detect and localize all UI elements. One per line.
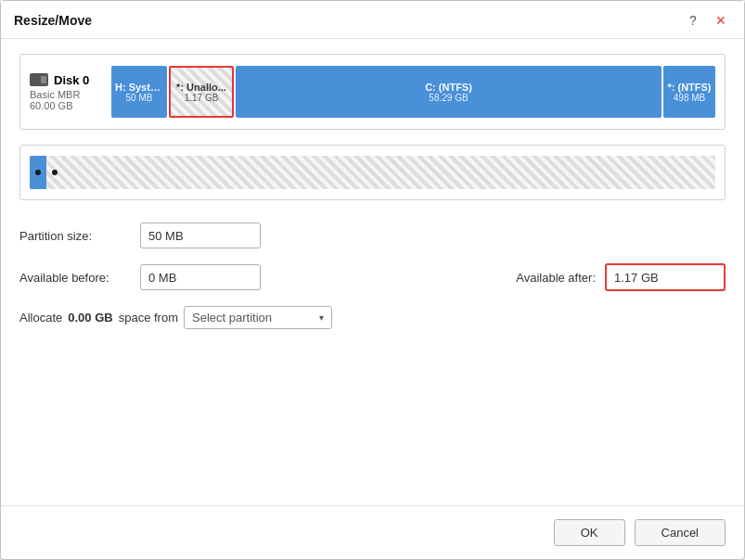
partition-ntfs-end[interactable]: *: (NTFS) 498 MB	[663, 66, 715, 118]
partition-h-system[interactable]: H: System... 50 MB	[111, 66, 167, 118]
select-placeholder: Select partition	[192, 311, 272, 325]
ok-button[interactable]: OK	[554, 519, 625, 546]
editor-bar	[30, 156, 715, 189]
partitions-row: H: System... 50 MB *: Unallo... 1.17 GB …	[111, 66, 715, 118]
help-button[interactable]: ?	[683, 10, 703, 31]
partition-c-ntfs[interactable]: C: (NTFS) 58.29 GB	[236, 66, 662, 118]
allocate-value: 0.00 GB	[68, 311, 112, 325]
chevron-down-icon: ▾	[319, 312, 324, 323]
partition-ntfs-end-label: *: (NTFS)	[667, 82, 711, 93]
dialog-content: Disk 0 Basic MBR 60.00 GB H: System... 5…	[1, 39, 744, 505]
partition-c-label: C: (NTFS)	[425, 82, 472, 93]
disk-type: Basic MBR	[30, 89, 104, 100]
disk-icon-row: Disk 0	[30, 73, 104, 87]
close-button[interactable]: ✕	[711, 10, 731, 31]
cancel-button[interactable]: Cancel	[635, 519, 726, 546]
partition-c-size: 58.29 GB	[429, 93, 468, 103]
partition-h-label: H: System...	[115, 82, 163, 93]
disk-size: 60.00 GB	[30, 100, 104, 111]
select-partition-dropdown[interactable]: Select partition ▾	[184, 306, 332, 329]
available-before-input[interactable]	[141, 267, 261, 288]
partition-h-size: 50 MB	[126, 93, 153, 103]
partition-size-row: Partition size: ▲ ▼	[19, 223, 726, 248]
partition-size-input-group[interactable]: ▲ ▼	[140, 223, 261, 248]
left-resize-handle[interactable]	[30, 156, 46, 189]
available-after-input[interactable]	[607, 267, 726, 288]
resize-move-dialog: Resize/Move ? ✕ Disk 0 Basic MBR 60.00 G…	[0, 0, 745, 560]
partition-editor	[19, 145, 726, 200]
available-after-input-group[interactable]: ▲ ▼	[605, 263, 726, 291]
available-before-row: Available before: ▲ ▼ Available after: ▲	[19, 263, 726, 291]
disk-name: Disk 0	[54, 73, 89, 87]
partition-size-label: Partition size:	[19, 229, 140, 243]
available-after-label: Available after:	[516, 271, 596, 285]
disk-info: Disk 0 Basic MBR 60.00 GB	[30, 73, 104, 111]
handle-dot-left	[35, 170, 41, 175]
form-section: Partition size: ▲ ▼ Available before: ▲	[19, 219, 726, 333]
disk-icon	[30, 73, 48, 86]
title-bar: Resize/Move ? ✕	[1, 1, 744, 39]
available-before-label: Available before:	[19, 271, 140, 285]
handle-dot-right	[52, 170, 58, 175]
partition-ntfs-end-size: 498 MB	[674, 93, 705, 103]
disk-map: Disk 0 Basic MBR 60.00 GB H: System... 5…	[19, 54, 726, 130]
bottom-bar: OK Cancel	[1, 505, 744, 559]
available-after-section: Available after: ▲ ▼	[516, 263, 726, 291]
partition-unallocated[interactable]: *: Unallo... 1.17 GB	[169, 66, 234, 118]
available-before-input-group[interactable]: ▲ ▼	[140, 264, 261, 290]
partition-unalloc-label: *: Unallo...	[176, 82, 226, 93]
title-icons: ? ✕	[683, 10, 731, 31]
partition-size-input[interactable]	[141, 225, 261, 247]
space-from-label: space from	[119, 311, 178, 325]
allocate-row: Allocate 0.00 GB space from Select parti…	[19, 306, 726, 329]
allocate-label: Allocate	[19, 311, 62, 325]
partition-unalloc-size: 1.17 GB	[185, 93, 219, 103]
dialog-title: Resize/Move	[14, 13, 92, 28]
